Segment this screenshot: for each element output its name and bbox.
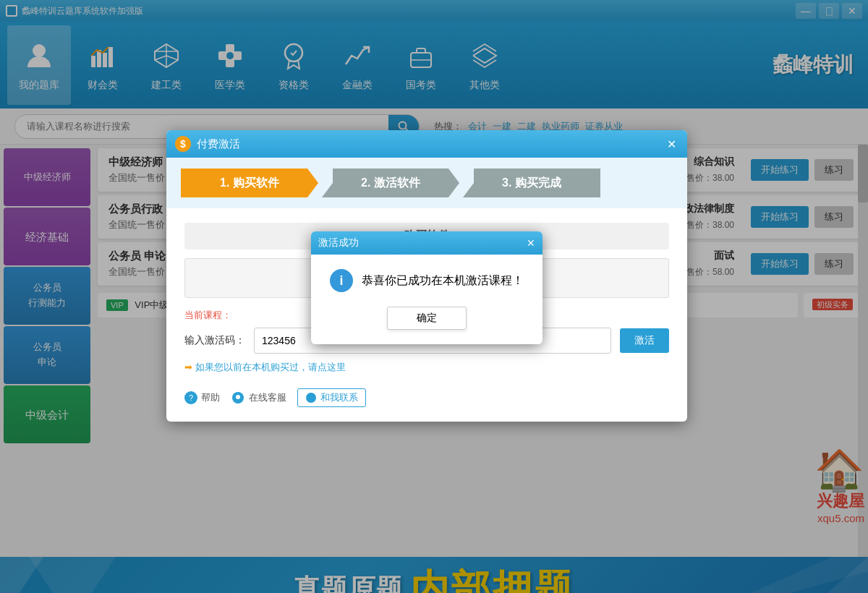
success-dialog-title: 激活成功 xyxy=(318,236,359,249)
success-dialog-body: i 恭喜你已成功在本机激活课程！ 确定 xyxy=(311,255,542,344)
dollar-icon: $ xyxy=(175,136,191,152)
help-item-online-service[interactable]: 在线客服 xyxy=(231,391,286,405)
payment-modal-title: 付费激活 xyxy=(197,137,240,151)
help-row: ? 帮助 在线客服 和我联系 xyxy=(184,385,669,407)
success-dialog: 激活成功 ✕ i 恭喜你已成功在本机激活课程！ 确定 xyxy=(311,231,542,344)
step-1-label: 1. 购买软件 xyxy=(220,176,279,191)
info-icon: i xyxy=(330,269,353,292)
success-dialog-close-btn[interactable]: ✕ xyxy=(527,237,535,249)
step-3: 3. 购买完成 xyxy=(463,168,600,197)
confirm-button[interactable]: 确定 xyxy=(387,307,467,330)
online-service-icon xyxy=(231,391,245,405)
svg-point-27 xyxy=(236,395,240,399)
success-content: i 恭喜你已成功在本机激活课程！ xyxy=(330,269,524,292)
steps-bar: 1. 购买软件 2. 激活软件 3. 购买完成 xyxy=(166,158,687,208)
success-dialog-header: 激活成功 ✕ xyxy=(311,231,542,255)
activate-button[interactable]: 激活 xyxy=(620,328,669,353)
step-2-label: 2. 激活软件 xyxy=(361,176,420,191)
step-3-label: 3. 购买完成 xyxy=(502,176,561,191)
activation-code-label: 输入激活码： xyxy=(184,334,245,347)
help-item-help[interactable]: ? 帮助 xyxy=(184,391,220,404)
svg-point-28 xyxy=(306,393,316,403)
step-1: 1. 购买软件 xyxy=(181,168,318,197)
contact-icon xyxy=(305,392,317,404)
payment-modal-close-btn[interactable]: ✕ xyxy=(664,137,678,151)
help-icon: ? xyxy=(184,391,197,404)
payment-modal-title-area: $ 付费激活 xyxy=(175,136,240,152)
step-2: 2. 激活软件 xyxy=(322,168,459,197)
success-message: 恭喜你已成功在本机激活课程！ xyxy=(362,273,524,289)
activation-hint[interactable]: 如果您以前在本机购买过，请点这里 xyxy=(184,361,669,374)
payment-modal-header: $ 付费激活 ✕ xyxy=(166,130,687,158)
help-item-contact[interactable]: 和我联系 xyxy=(297,388,366,407)
